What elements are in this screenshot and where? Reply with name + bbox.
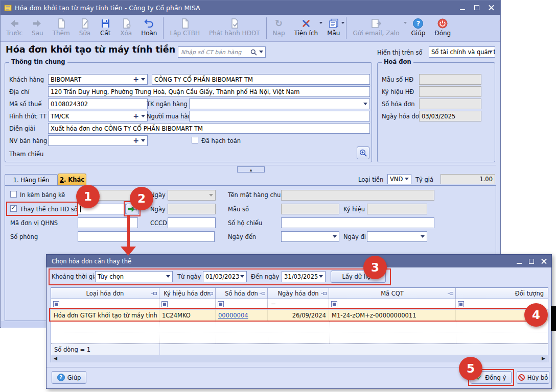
column-header[interactable]: Mã CQT: [329, 288, 456, 299]
table-cell-ky-hieu[interactable]: 1C24MKO: [159, 310, 216, 321]
search-box[interactable]: [178, 46, 266, 58]
add-icon[interactable]: +: [133, 112, 139, 120]
toolbar-next-button[interactable]: Sau: [27, 16, 48, 40]
pin-icon[interactable]: [262, 292, 265, 295]
toolbar-delete-button[interactable]: Xóa: [115, 16, 136, 40]
general-info-group: Thông tin chung Khách hàng BIBOMART + CÔ…: [5, 62, 372, 162]
payment-method-combo[interactable]: TM/CK +: [48, 111, 148, 121]
filter-icon[interactable]: [218, 301, 224, 307]
minimize-icon[interactable]: [513, 255, 525, 267]
currency-label: Loại tiền: [358, 176, 383, 183]
replace-invoice-checkbox[interactable]: ✓: [10, 205, 17, 212]
pin-icon[interactable]: [153, 292, 157, 295]
from-date-select[interactable]: 01/03/2023: [203, 271, 247, 282]
filter-icon[interactable]: [458, 301, 464, 307]
column-filter[interactable]: =: [268, 299, 329, 310]
salesperson-combo[interactable]: +: [48, 135, 148, 146]
column-header[interactable]: Đối tượng: [456, 288, 548, 299]
maximize-icon[interactable]: [525, 255, 538, 267]
column-filter[interactable]: [159, 299, 216, 310]
pin-icon[interactable]: [210, 292, 213, 295]
address-field[interactable]: 120 Trần Duy Hưng, Phường Trung Hoà, Quậ…: [48, 86, 370, 97]
tab-hang-tien[interactable]: 1. Hàng tiền: [5, 174, 58, 185]
toolbar-lap-ctbh-button[interactable]: Lập CTBH: [165, 16, 204, 40]
column-header[interactable]: Loại hóa đơn: [51, 288, 159, 299]
pin-icon[interactable]: [450, 292, 453, 295]
cancel-button[interactable]: Hủy bỏ: [517, 371, 549, 384]
column-header[interactable]: Số hóa đơn: [216, 288, 268, 299]
search-input[interactable]: [178, 49, 245, 56]
table-cell-ma-cqt[interactable]: M1-24-zOM+z-00000000011: [329, 310, 456, 321]
chevron-down-icon[interactable]: [341, 22, 344, 24]
chevron-down-icon[interactable]: [141, 78, 145, 81]
splitter-line: [5, 165, 496, 165]
toolbar-prev-button[interactable]: Trước: [2, 16, 27, 40]
time-range-label: Khoảng thời gian: [52, 273, 102, 280]
customer-code-combo[interactable]: BIBOMART +: [48, 74, 148, 85]
filter-icon[interactable]: [53, 301, 59, 307]
chevron-down-icon[interactable]: [259, 51, 263, 53]
posted-checkbox[interactable]: [192, 137, 198, 143]
tab-khac[interactable]: 2. Khác: [58, 174, 86, 185]
toolbar-edit-button[interactable]: Sửa: [75, 16, 96, 40]
chevron-down-icon[interactable]: [141, 139, 145, 142]
toolbar-close-button[interactable]: Đóng: [430, 16, 455, 40]
zoom-view-button[interactable]: [357, 146, 369, 159]
pin-icon[interactable]: [323, 292, 327, 295]
column-header[interactable]: Ký hiệu hóa đơn: [159, 288, 216, 299]
toolbar-add-button[interactable]: Thêm: [48, 16, 75, 40]
chevron-down-icon[interactable]: [141, 115, 145, 117]
table-cell-ng-hoa-don[interactable]: 26/09/2024: [268, 310, 329, 321]
room-number-field[interactable]: [78, 231, 215, 242]
departure-date-select[interactable]: [367, 231, 427, 242]
add-icon[interactable]: +: [133, 75, 139, 83]
close-icon[interactable]: [538, 255, 550, 267]
chevron-down-icon: [421, 235, 425, 238]
tools-icon: [300, 17, 312, 29]
passport-field[interactable]: [281, 217, 434, 228]
column-filter[interactable]: [51, 299, 159, 310]
to-date-select[interactable]: 31/03/2025: [282, 271, 326, 282]
add-icon[interactable]: +: [133, 136, 139, 144]
table-cell-loai-hoa-don[interactable]: Hóa đơn GTGT khởi tạo từ máy tính tiền: [51, 310, 159, 321]
reference-label: Tham chiếu: [9, 151, 43, 158]
invoice-number-link[interactable]: 00000004: [218, 312, 248, 319]
minimize-icon[interactable]: [455, 1, 470, 15]
toolbar-utilities-button[interactable]: Tiện ích: [290, 16, 323, 40]
help-button[interactable]: ? Giúp: [52, 371, 86, 384]
scroll-left-icon[interactable]: ◀: [54, 356, 57, 361]
toolbar-undo-button[interactable]: Hoàn: [136, 16, 161, 40]
table-cell-so-hoa-don[interactable]: 00000004: [216, 310, 268, 321]
buyer-field[interactable]: [189, 111, 370, 121]
search-icon[interactable]: [250, 49, 257, 56]
cccd-field[interactable]: [168, 217, 216, 228]
app-icon: [4, 4, 12, 12]
column-filter[interactable]: [216, 299, 268, 310]
currency-select[interactable]: VND: [387, 174, 411, 184]
splitter-collapse-button[interactable]: ▲: [237, 166, 265, 173]
print-with-list-checkbox[interactable]: [10, 191, 17, 198]
bank-account-select[interactable]: [189, 99, 370, 109]
arrival-date-label: Ngày đến: [228, 233, 256, 240]
time-range-select[interactable]: Tùy chọn: [95, 271, 173, 282]
maximize-icon[interactable]: [470, 1, 484, 15]
toolbar-reload-button[interactable]: ↻ Nạp: [268, 16, 290, 40]
filter-icon[interactable]: [331, 301, 337, 307]
description-label: Diễn giải: [9, 125, 35, 132]
column-filter[interactable]: [329, 299, 456, 310]
scroll-right-icon[interactable]: ▶: [542, 356, 545, 361]
toolbar-help-button[interactable]: ? Giúp: [407, 16, 430, 40]
customer-name-field[interactable]: CÔNG TY CỔ PHẦN BIBOMART TM: [152, 74, 370, 85]
toolbar-phat-hanh-button[interactable]: Phát hành HĐĐT: [204, 16, 265, 40]
arrival-date-select[interactable]: [281, 231, 339, 242]
toolbar-send-email-button[interactable]: Gửi email, Zalo: [348, 16, 406, 40]
arrow-left-icon: [9, 17, 20, 29]
filter-icon[interactable]: [161, 301, 168, 307]
tax-code-field[interactable]: 0108024302: [48, 99, 148, 109]
close-icon[interactable]: [484, 1, 498, 15]
description-field[interactable]: Xuất hóa đơn cho CÔNG TY CỔ PHẦN BIBOMAR…: [48, 123, 370, 134]
column-header[interactable]: Ngày hóa đơn: [268, 288, 329, 299]
toolbar-save-button[interactable]: Cất: [95, 16, 115, 40]
display-on-book-select[interactable]: Sổ tài chính và quản trị: [429, 46, 495, 58]
toolbar-template-button[interactable]: Mẫu: [322, 16, 344, 40]
